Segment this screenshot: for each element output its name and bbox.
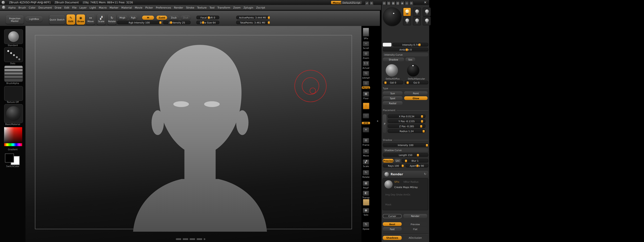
- slider-handle[interactable]: [406, 81, 408, 84]
- tray-circle-icon[interactable]: ◉: [400, 1, 404, 5]
- render-preview-sphere[interactable]: [384, 180, 392, 189]
- menu-render[interactable]: Render: [174, 6, 183, 9]
- rotate-mode-button[interactable]: ↻ Rotate: [108, 15, 116, 25]
- lightbulb-3-icon[interactable]: [422, 8, 431, 17]
- light-placement-sphere[interactable]: [383, 8, 402, 26]
- gdi-slider[interactable]: Gdi 0: [383, 81, 403, 84]
- brush-selector[interactable]: [4, 29, 23, 44]
- slider-handle[interactable]: [418, 43, 420, 46]
- projection-master-button[interactable]: Projection Master: [6, 16, 24, 24]
- menu-tool[interactable]: Tool: [210, 6, 214, 9]
- cursor-render-button[interactable]: Cursor: [383, 214, 402, 218]
- shadow-intensity-slider[interactable]: Intensity 100: [383, 143, 428, 147]
- slider-handle[interactable]: [159, 21, 161, 24]
- aperture-slider[interactable]: Aperture 90: [405, 164, 428, 168]
- palette-refresh-icon[interactable]: ↻: [424, 172, 426, 176]
- shadow-tab-button[interactable]: Shadow: [383, 58, 404, 61]
- render-vblur-label[interactable]: VBlur Radius: [403, 181, 418, 183]
- slider-handle[interactable]: [202, 21, 204, 24]
- canvas-scrollbar[interactable]: [176, 238, 205, 240]
- color-picker-square[interactable]: [4, 127, 22, 143]
- shelf-ghost[interactable]: [362, 199, 370, 206]
- menu-zscript[interactable]: Zscript: [256, 6, 265, 9]
- draw-mode-button[interactable]: ◉ Draw: [76, 15, 85, 25]
- document-canvas[interactable]: [26, 26, 362, 242]
- light-type-point-button[interactable]: Point: [404, 91, 428, 95]
- tray-panel2-icon[interactable]: ⊞: [409, 1, 414, 5]
- tray-doc2-icon[interactable]: ▥: [386, 1, 391, 5]
- menu-picker[interactable]: Picker: [145, 6, 153, 9]
- light-position-dot[interactable]: [393, 13, 394, 14]
- focal-shift-slider[interactable]: Focal Shift 0: [196, 16, 219, 19]
- menu-color[interactable]: Color: [29, 6, 36, 9]
- menu-document[interactable]: Document: [38, 6, 52, 9]
- specular-curve-sphere[interactable]: [407, 64, 419, 76]
- shadow-length-slider[interactable]: Length 150: [383, 153, 428, 157]
- shelf-solo[interactable]: ● Solo: [362, 208, 370, 216]
- placement-p-button[interactable]: P: [383, 114, 386, 133]
- close-icon[interactable]: ×: [424, 0, 426, 4]
- preview-render-button[interactable]: Preview: [403, 222, 427, 226]
- render-create-maps-row[interactable]: Create Maps MGray: [394, 186, 418, 189]
- lightbulb-1-icon[interactable]: [403, 8, 411, 17]
- menu-movie[interactable]: Movie: [135, 6, 142, 9]
- menu-transform[interactable]: Transform: [217, 6, 230, 9]
- menu-stroke[interactable]: Stroke: [186, 6, 194, 9]
- menu-zplugin[interactable]: Zplugin: [244, 6, 253, 9]
- fast-render-button[interactable]: Fast: [383, 227, 402, 231]
- lightbulb-4-icon[interactable]: [403, 17, 411, 26]
- menu-logo-icon[interactable]: [2, 6, 5, 9]
- lightbulb-2-icon[interactable]: [413, 8, 421, 17]
- menu-texture[interactable]: Texture: [197, 6, 206, 9]
- shadow-precise-button[interactable]: Precise: [383, 159, 394, 163]
- shelf-pivot[interactable]: ∗: [362, 127, 370, 133]
- menu-light[interactable]: Light: [90, 6, 96, 9]
- hue-strip[interactable]: [4, 143, 22, 146]
- mrgb-toggle[interactable]: Mrgb: [117, 16, 128, 20]
- z-pos-slider[interactable]: Z Pos -0.285: [388, 124, 426, 128]
- light-type-sun-button[interactable]: Sun: [383, 91, 402, 95]
- draw-size-slider[interactable]: Draw Size 64: [196, 21, 219, 24]
- slider-handle[interactable]: [421, 115, 423, 117]
- sss-tab-button[interactable]: Sss: [405, 58, 415, 61]
- m-toggle[interactable]: M: [142, 16, 154, 20]
- aocclusion-toggle-button[interactable]: AOcclusion: [403, 236, 427, 240]
- menu-alpha[interactable]: Alpha: [8, 6, 16, 9]
- shelf-frame[interactable]: ⊞ Frame: [362, 138, 370, 146]
- slider-handle[interactable]: [422, 130, 424, 133]
- tray-grid-icon[interactable]: ▦: [391, 1, 396, 5]
- zscript-button[interactable]: DefaultZScript: [341, 1, 362, 4]
- swap-icon[interactable]: ⇄: [365, 1, 369, 5]
- shelf-zoom[interactable]: ◎ Zoom: [362, 51, 370, 59]
- zcut-toggle[interactable]: Zcut: [181, 16, 191, 20]
- zsub-toggle[interactable]: Zsub: [168, 16, 179, 20]
- menu-layer[interactable]: Layer: [80, 6, 87, 9]
- menu-edit[interactable]: Edit: [64, 6, 70, 9]
- shelf-transp[interactable]: ◧ Transp: [362, 191, 370, 199]
- ambient-slider[interactable]: Ambient 0: [383, 48, 428, 51]
- primary-color-swatch[interactable]: [5, 153, 14, 163]
- x-pos-slider[interactable]: X Pos 0.0134: [388, 114, 426, 118]
- render-options-row[interactable]: Img Dep Shdw AmOc: [385, 193, 410, 196]
- blur-slider[interactable]: Blur 1: [402, 159, 428, 163]
- render-mask-button[interactable]: Mask: [385, 203, 392, 206]
- slider-handle[interactable]: [208, 16, 210, 19]
- shelf-lsym[interactable]: ∴: [362, 113, 370, 118]
- slider-handle[interactable]: [384, 81, 386, 84]
- material-selector[interactable]: [4, 104, 23, 123]
- tray-circle2-icon[interactable]: ◎: [404, 1, 409, 5]
- shelf-xyz[interactable]: XYZ: [362, 121, 370, 124]
- tray-shade-icon[interactable]: ▧: [396, 1, 400, 5]
- lightbox-button[interactable]: LightBox: [26, 17, 43, 22]
- shelf-spix[interactable]: SPix: [362, 28, 370, 40]
- lightbulb-5-icon[interactable]: [413, 17, 421, 26]
- tray-divider-arrow[interactable]: ◂: [377, 119, 378, 123]
- slider-handle[interactable]: [420, 125, 422, 127]
- stroke-selector[interactable]: [4, 47, 23, 62]
- z-intensity-slider[interactable]: Z Intensity 25: [163, 21, 190, 24]
- light-type-spot-button[interactable]: Spot: [383, 96, 402, 100]
- shelf-xpose[interactable]: ⇅ Xpose: [362, 222, 370, 230]
- slider-handle[interactable]: [416, 164, 418, 167]
- menu-draw[interactable]: Draw: [55, 6, 62, 9]
- menu-zoom[interactable]: Zoom: [233, 6, 240, 9]
